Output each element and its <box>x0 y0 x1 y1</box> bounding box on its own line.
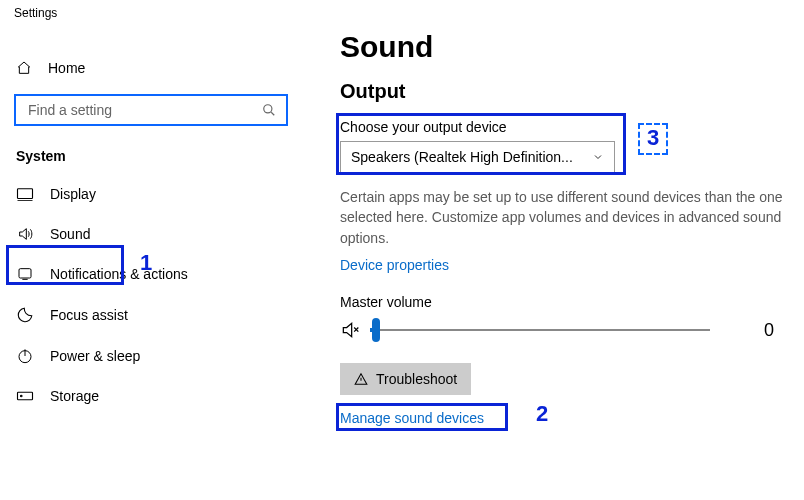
section-system: System <box>0 126 320 174</box>
volume-row: 0 <box>340 320 796 341</box>
annotation-label-1: 1 <box>140 250 152 276</box>
volume-value: 0 <box>764 320 796 341</box>
nav-notifications[interactable]: Notifications & actions <box>0 254 320 294</box>
annotation-label-2: 2 <box>536 401 548 427</box>
annotation-label-3: 3 <box>638 123 668 155</box>
home-icon <box>16 60 32 76</box>
nav-focus[interactable]: Focus assist <box>0 294 320 336</box>
svg-rect-2 <box>19 269 31 278</box>
slider-thumb[interactable] <box>372 318 380 342</box>
notifications-icon <box>16 266 34 282</box>
output-device-value: Speakers (Realtek High Definition... <box>351 149 573 165</box>
troubleshoot-label: Troubleshoot <box>376 371 457 387</box>
device-properties-link[interactable]: Device properties <box>340 257 449 273</box>
sidebar: Settings Home System Display <box>0 0 320 500</box>
power-icon <box>16 348 34 364</box>
svg-rect-4 <box>18 392 33 400</box>
nav-display[interactable]: Display <box>0 174 320 214</box>
master-volume-label: Master volume <box>340 294 796 310</box>
storage-icon <box>16 389 34 403</box>
slider-track <box>370 329 710 331</box>
search-field[interactable] <box>26 101 262 119</box>
display-icon <box>16 187 34 201</box>
svg-rect-1 <box>18 189 33 199</box>
volume-slider[interactable] <box>370 320 710 340</box>
svg-point-0 <box>264 105 272 113</box>
nav-sound[interactable]: Sound <box>0 214 320 254</box>
troubleshoot-button[interactable]: Troubleshoot <box>340 363 471 395</box>
output-device-select[interactable]: Speakers (Realtek High Definition... <box>340 141 615 173</box>
sound-icon <box>16 226 34 242</box>
manage-sound-devices-link[interactable]: Manage sound devices <box>340 410 484 426</box>
window-title: Settings <box>0 0 320 20</box>
focus-icon <box>16 306 34 324</box>
nav-home-label: Home <box>48 60 85 76</box>
nav-home[interactable]: Home <box>0 50 320 86</box>
nav-power[interactable]: Power & sleep <box>0 336 320 376</box>
output-heading: Output <box>340 80 796 103</box>
output-description: Certain apps may be set up to use differ… <box>340 187 790 248</box>
choose-output-label: Choose your output device <box>340 119 796 135</box>
nav-storage[interactable]: Storage <box>0 376 320 416</box>
chevron-down-icon <box>592 151 604 163</box>
page-title: Sound <box>340 30 796 64</box>
nav-list: Display Sound Notifications & actions Fo… <box>0 174 320 416</box>
search-input[interactable] <box>14 94 288 126</box>
main-content: Sound Output Choose your output device S… <box>340 0 804 427</box>
search-icon <box>262 103 276 117</box>
mute-icon[interactable] <box>340 320 360 340</box>
warning-icon <box>354 372 368 386</box>
svg-point-5 <box>21 395 23 397</box>
